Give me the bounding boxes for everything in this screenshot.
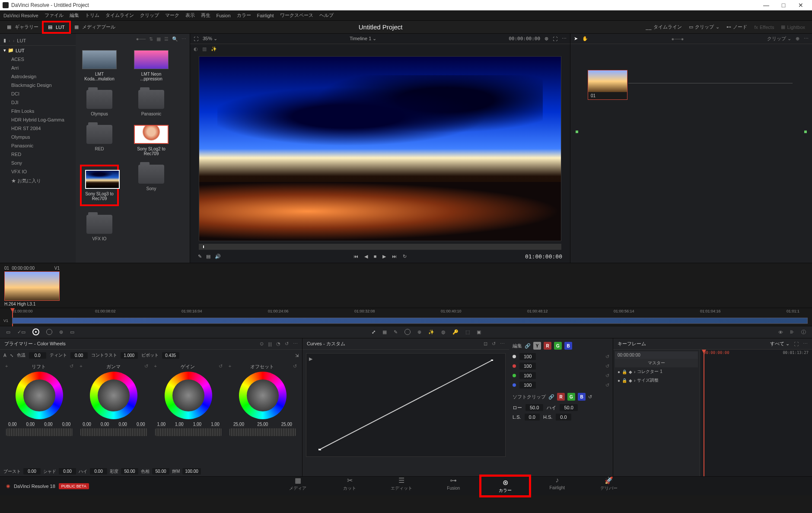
channel-b-button[interactable]: B — [564, 342, 572, 350]
nav-back-icon[interactable]: ‹ — [9, 38, 10, 43]
loop-icon[interactable]: ↻ — [403, 254, 407, 259]
more-icon[interactable]: ⋯ — [293, 341, 298, 347]
lut-folder-item[interactable]: VFX IO — [80, 215, 119, 241]
lut-item[interactable]: Sony SLog2 to Rec709 — [132, 125, 171, 156]
lut-folder[interactable]: Blackmagic Design — [0, 81, 76, 89]
viewer-image[interactable] — [199, 56, 561, 241]
reset-icon[interactable]: ↺ — [588, 394, 592, 400]
scrubber[interactable] — [199, 244, 561, 250]
curves-icon[interactable]: ⤢ — [372, 329, 376, 335]
menu-item[interactable]: 表示 — [185, 12, 195, 19]
lut-folder-item[interactable]: Panasonic — [132, 90, 171, 116]
effects-button[interactable]: fxEffects — [751, 23, 777, 31]
audio-icon[interactable]: 🔊 — [215, 254, 221, 259]
lut-folder[interactable]: Panasonic — [0, 141, 76, 150]
color-match-icon[interactable]: ✓▭ — [17, 329, 25, 335]
lut-folder[interactable]: Astrodesign — [0, 72, 76, 81]
lut-folder[interactable]: HDR ST 2084 — [0, 124, 76, 133]
search-icon[interactable]: 🔍 — [172, 36, 178, 42]
menu-item[interactable]: クリップ — [140, 12, 159, 19]
camera-raw-icon[interactable]: ▭ — [6, 329, 10, 335]
channel-y-button[interactable]: Y — [533, 342, 541, 350]
sc-r-button[interactable]: R — [557, 393, 565, 401]
lut-favorites[interactable]: ★ お気に入り — [0, 176, 76, 186]
sidebar-toggle-icon[interactable]: ▮ — [3, 38, 6, 43]
sc-g-button[interactable]: G — [567, 393, 575, 401]
page-media[interactable]: ▦メディア — [272, 475, 324, 497]
menu-item[interactable]: 編集 — [70, 12, 79, 19]
node-01[interactable]: 01 — [588, 70, 627, 100]
grid-view-icon[interactable]: ▦ — [156, 36, 161, 42]
info-icon[interactable]: ⓘ — [801, 329, 806, 335]
temp-value[interactable]: 0.0 — [29, 352, 46, 359]
lut-folder[interactable]: RED — [0, 150, 76, 159]
timeline-button[interactable]: ⎯⎯タイムライン — [642, 22, 685, 32]
sizing-icon[interactable]: ⬚ — [465, 329, 470, 335]
step-back-icon[interactable]: ◀ — [364, 254, 368, 259]
hand-icon[interactable]: ✋ — [582, 36, 588, 41]
stop-icon[interactable]: ■ — [374, 254, 377, 259]
wheels-mode-icon[interactable]: ⊙ — [260, 341, 264, 347]
highlight-icon[interactable]: ◐ — [194, 46, 198, 52]
boost-value[interactable]: 0.00 — [23, 468, 41, 475]
master-dial[interactable] — [80, 428, 147, 436]
lut-folder-item[interactable]: RED — [80, 125, 119, 156]
menu-item[interactable]: ワークスペース — [280, 12, 313, 19]
picker-icon[interactable]: ✎ — [198, 254, 202, 259]
pivot-value[interactable]: 0.435 — [162, 352, 179, 359]
lock-icon[interactable]: 🔒 — [622, 378, 627, 383]
window-icon[interactable] — [404, 329, 411, 336]
lut-folder[interactable]: Film Looks — [0, 107, 76, 115]
zoom-value[interactable]: 35% ⌄ — [203, 36, 217, 41]
mediapool-button[interactable]: ▦メディアプール — [71, 22, 119, 32]
lut-folder-item[interactable]: Sony — [132, 165, 171, 206]
menu-item[interactable]: DaVinci Resolve — [3, 13, 38, 18]
menu-item[interactable]: Fairlight — [257, 13, 274, 18]
color-wheel[interactable] — [90, 372, 137, 419]
channel-g-button[interactable]: G — [554, 342, 562, 350]
shad-value[interactable]: 0.00 — [59, 468, 76, 475]
warper-icon[interactable]: ▦ — [382, 329, 387, 335]
fit-icon[interactable]: ⛶ — [194, 36, 198, 41]
prev-clip-icon[interactable]: ⏮ — [353, 254, 358, 259]
master-dial[interactable] — [229, 428, 296, 436]
scopes-icon[interactable]: 👁 — [778, 330, 783, 335]
lock-icon[interactable]: 🔒 — [622, 370, 627, 374]
3d-icon[interactable]: ▣ — [477, 329, 481, 335]
lut-folder[interactable]: VFX IO — [0, 167, 76, 176]
more-icon[interactable]: ⋯ — [500, 341, 505, 347]
node-canvas[interactable]: 01 — [570, 44, 812, 260]
expand-icon[interactable]: ⇲ — [295, 353, 299, 358]
lut-folder[interactable]: DJI — [0, 98, 76, 107]
sc-b-button[interactable]: B — [578, 393, 586, 401]
hi-value[interactable]: 0.00 — [90, 468, 107, 475]
reset-icon[interactable]: ↺ — [605, 354, 609, 360]
qualifier-icon[interactable]: ✎ — [394, 329, 398, 335]
window-minimize-icon[interactable]: — — [758, 2, 775, 9]
hdr-icon[interactable] — [46, 329, 52, 336]
menu-item[interactable]: カラー — [237, 12, 251, 19]
more-icon[interactable]: ⋯ — [182, 36, 186, 42]
lut-item[interactable]: LMT Koda...mulation — [80, 50, 119, 81]
pointer-icon[interactable]: ➤ — [574, 36, 578, 41]
more-icon[interactable]: ⋯ — [804, 36, 809, 41]
link-icon[interactable]: 🔗 — [525, 343, 531, 349]
timeline-name[interactable]: Timeline 1 ⌄ — [350, 36, 376, 41]
lut-item[interactable]: LMT Neon ...ppression — [132, 50, 171, 81]
page-deliver[interactable]: 🚀デリバー — [583, 475, 635, 497]
rgb-mixer-icon[interactable]: ⊛ — [59, 329, 63, 335]
auto-icon[interactable]: A — [3, 353, 6, 358]
color-wheel[interactable] — [239, 372, 287, 419]
hue-value[interactable]: 50.00 — [152, 468, 169, 475]
layers-icon[interactable]: ▤ — [206, 254, 210, 259]
nav-fwd-icon[interactable]: › — [13, 38, 15, 43]
more-icon[interactable]: ⋯ — [803, 341, 808, 347]
clip-thumb[interactable]: 0100:00:00:00V1 H.264 High L3.1 — [4, 266, 60, 305]
menu-item[interactable]: ファイル — [45, 12, 64, 19]
play-icon[interactable]: ▶ — [309, 356, 312, 362]
page-fusion[interactable]: ⊶Fusion — [427, 475, 479, 497]
filter-dropdown[interactable]: すべて ⌄ — [770, 341, 790, 347]
plus-icon[interactable]: + — [5, 363, 8, 370]
page-color[interactable]: ⊛カラー — [479, 475, 531, 497]
key-icon[interactable]: 🔑 — [452, 329, 459, 335]
